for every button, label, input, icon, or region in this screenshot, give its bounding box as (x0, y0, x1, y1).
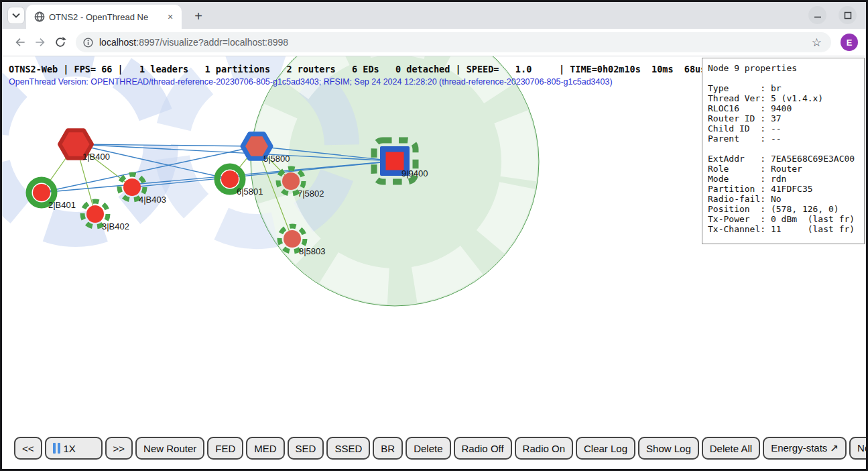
toolbar-button-show-log[interactable]: Show Log (638, 437, 699, 460)
toolbar-button-label: Node-stats ↗ (857, 442, 866, 454)
toolbar-button-node-stats[interactable]: Node-stats ↗ (849, 437, 866, 460)
toolbar-button-br[interactable]: BR (373, 437, 403, 460)
node-label: 2|B401 (48, 200, 76, 210)
new-tab-button[interactable]: + (190, 7, 207, 25)
toolbar-button-label: Show Log (646, 443, 691, 454)
simulation-status-line: OTNS2-Web | FPS= 66 | 1 leaders 1 partit… (9, 64, 706, 74)
br-core (386, 152, 404, 170)
toolbar-button-label: 1X (64, 443, 76, 454)
toolbar-button-delete[interactable]: Delete (406, 437, 450, 460)
node-properties-body: Type : br Thread Ver: 5 (v1.4.x) RLOC16 … (708, 83, 859, 234)
maximize-button[interactable] (839, 6, 857, 24)
toolbar-button-radio-off[interactable]: Radio Off (454, 437, 512, 460)
toolbar-button-label: Clear Log (584, 443, 627, 454)
back-arrow-icon (13, 36, 27, 49)
node-2[interactable]: 2|B401 (29, 180, 76, 210)
node-label: 8|5803 (299, 246, 326, 256)
ed-core (86, 205, 104, 223)
toolbar-button-new-router[interactable]: New Router (135, 437, 204, 460)
toolbar-button-delete-all[interactable]: Delete All (702, 437, 760, 460)
simulation-toolbar: <<1X>>New RouterFEDMEDSEDSSEDBRDeleteRad… (14, 437, 866, 460)
window-controls (808, 6, 857, 24)
navigation-bar: localhost:8997/visualize?addr=localhost:… (2, 29, 866, 56)
globe-icon (34, 11, 45, 22)
node-3[interactable]: 3|B402 (82, 201, 129, 231)
node-label: 6|5801 (237, 187, 263, 197)
browser-window: OTNS2 - OpenThread Ne × + (0, 0, 868, 471)
url-text: localhost:8997/visualize?addr=localhost:… (99, 37, 809, 48)
toolbar-button-label: << (22, 443, 34, 454)
maximize-icon (844, 11, 852, 19)
reload-button[interactable] (50, 32, 70, 52)
forward-arrow-icon (34, 36, 47, 49)
toolbar-button-med[interactable]: MED (246, 437, 284, 460)
node-properties-title: Node 9 properties (708, 63, 859, 73)
node-label: 1|B400 (82, 152, 110, 162)
tab-close-icon[interactable]: × (164, 11, 176, 23)
toolbar-button-1x[interactable]: 1X (45, 437, 103, 460)
toolbar-button-label: BR (381, 443, 395, 454)
toolbar-button-label: SED (296, 443, 316, 454)
toolbar-button-radio-on[interactable]: Radio On (515, 437, 573, 460)
ed-core (33, 184, 50, 201)
minimize-icon (814, 11, 822, 19)
toolbar-button-label: Delete All (710, 443, 752, 454)
forward-button[interactable] (30, 32, 50, 52)
toolbar-button-fed[interactable]: FED (207, 437, 243, 460)
node-label: 9|9400 (401, 168, 428, 178)
toolbar-button-label: New Router (143, 443, 196, 454)
node-properties-panel: Node 9 properties Type : br Thread Ver: … (702, 58, 865, 244)
toolbar-button-label: Radio On (523, 443, 565, 454)
bookmark-star-icon[interactable]: ☆ (809, 36, 824, 50)
url-path: :8997/visualize?addr=localhost:8998 (136, 37, 288, 48)
node-label: 4|B403 (139, 195, 166, 205)
otns-visualizer: 1|B4002|B4013|B4024|B4035|58006|58017|58… (2, 56, 866, 469)
profile-avatar[interactable]: E (841, 34, 858, 51)
minimize-button[interactable] (808, 6, 826, 24)
toolbar-button-label: >> (113, 443, 125, 454)
openthread-version-line: OpenThread Version: OPENTHREAD/thread-re… (9, 77, 613, 87)
toolbar-button-label: SSED (334, 443, 362, 454)
chevron-down-icon (12, 13, 20, 18)
toolbar-button-label: Energy-stats ↗ (771, 442, 839, 454)
node-label: 3|B402 (102, 221, 129, 231)
page-info-icon[interactable] (82, 37, 94, 48)
tab-list-button[interactable] (7, 7, 25, 24)
toolbar-button-label: MED (254, 443, 276, 454)
reload-icon (54, 36, 67, 49)
tab-strip: OTNS2 - OpenThread Ne × + (2, 2, 866, 29)
toolbar-button-label: FED (215, 443, 235, 454)
ed-core (221, 170, 239, 188)
tab-title: OTNS2 - OpenThread Ne (49, 12, 160, 22)
toolbar-button-sed[interactable]: SED (288, 437, 324, 460)
toolbar-button-<<[interactable]: << (14, 437, 42, 460)
ed-core (282, 172, 300, 190)
url-host: localhost (99, 37, 136, 48)
toolbar-button-clear-log[interactable]: Clear Log (576, 437, 635, 460)
toolbar-button-ssed[interactable]: SSED (326, 437, 370, 460)
pause-icon (53, 443, 60, 454)
toolbar-button->>[interactable]: >> (105, 437, 133, 460)
back-button[interactable] (10, 32, 30, 52)
ed-core (284, 230, 301, 248)
toolbar-button-label: Delete (414, 443, 442, 454)
toolbar-button-label: Radio Off (462, 443, 504, 454)
ed-core (123, 178, 141, 196)
tab-otns2[interactable]: OTNS2 - OpenThread Ne × (26, 5, 182, 29)
toolbar-button-energy-stats[interactable]: Energy-stats ↗ (763, 437, 847, 460)
address-bar[interactable]: localhost:8997/visualize?addr=localhost:… (76, 32, 831, 52)
node-label: 5|5800 (263, 154, 290, 164)
node-label: 7|5802 (298, 189, 324, 199)
